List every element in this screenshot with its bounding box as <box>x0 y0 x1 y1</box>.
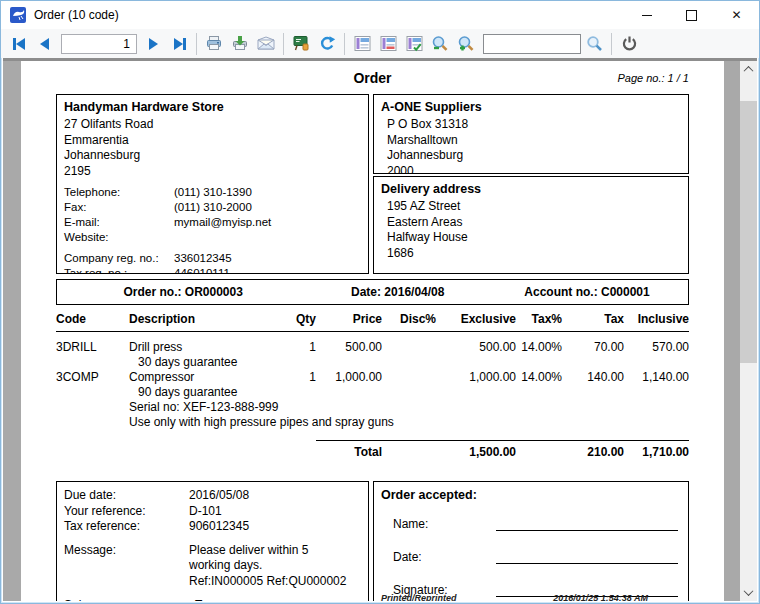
store-lines: 27 Olifants RoadEmmarentiaJohannesburg21… <box>57 117 368 179</box>
order-number: Order no.: OR000003 <box>57 285 309 299</box>
email-icon <box>257 36 275 52</box>
table-body: 3DRILLDrill press1500.00500.0014.00%70.0… <box>56 332 689 461</box>
supplier-lines: P O Box 31318MarshalltownJohannesburg200… <box>374 117 688 174</box>
next-page-button[interactable] <box>141 32 165 56</box>
page-number-label: Page no.: 1 / 1 <box>617 72 689 84</box>
zoom-out-button[interactable] <box>428 32 452 56</box>
next-page-icon <box>145 36 161 52</box>
order-details-box: Due date:2016/05/08Your reference:D-101T… <box>56 481 369 601</box>
toolbar <box>1 29 759 58</box>
item-row: 3COMPCompressor11,000.001,000.0014.00%14… <box>56 370 689 385</box>
supplier-name: A-ONE Suppliers <box>374 95 688 117</box>
salesperson-row: Salesperson: Tracy <box>64 598 368 601</box>
previous-page-icon <box>37 36 53 52</box>
item-note-row: Use only with high pressure pipes and sp… <box>56 415 689 430</box>
preview-layout-icon <box>354 35 371 52</box>
search-input[interactable] <box>483 34 581 54</box>
exit-power-icon <box>621 35 638 52</box>
scrollbar-thumb[interactable] <box>740 101 757 363</box>
exit-button[interactable] <box>617 32 641 56</box>
account-number: Account no.: C000001 <box>486 285 688 299</box>
item-note-row: 90 days guarantee <box>56 385 689 400</box>
separator <box>283 33 284 55</box>
scroll-up-button[interactable] <box>740 61 757 78</box>
minimize-button[interactable] <box>624 1 669 29</box>
salesperson-label: Salesperson: <box>64 598 189 601</box>
maximize-icon <box>686 10 697 21</box>
order-info-bar: Order no.: OR000003 Date: 2016/04/08 Acc… <box>56 279 689 305</box>
zoom-in-icon <box>457 35 475 52</box>
close-icon: ✕ <box>731 9 741 21</box>
print-icon <box>205 35 223 52</box>
order-date: Date: 2016/04/08 <box>309 285 486 299</box>
chevron-up-icon <box>744 66 754 76</box>
last-page-icon <box>171 36 188 52</box>
delivery-box: Delivery address 195 AZ StreetEastern Ar… <box>373 176 689 274</box>
print-button[interactable] <box>202 32 226 56</box>
first-page-button[interactable] <box>7 32 31 56</box>
delivery-lines: 195 AZ StreetEastern AreasHalfway House1… <box>374 199 688 261</box>
line-items-table: CodeDescriptionQtyPriceDisc%ExclusiveTax… <box>56 308 689 460</box>
search-icon <box>586 35 603 52</box>
export-design-button[interactable] <box>289 32 313 56</box>
titlebar: Order (10 code) ✕ <box>1 1 759 29</box>
separator <box>344 33 345 55</box>
last-page-button[interactable] <box>167 32 191 56</box>
first-page-icon <box>11 36 28 52</box>
preview-layout-confirm-button[interactable] <box>402 32 426 56</box>
store-box: Handyman Hardware Store 27 Olifants Road… <box>56 94 369 274</box>
print-to-file-button[interactable] <box>228 32 252 56</box>
chevron-down-icon <box>744 586 754 596</box>
store-registrations: Company reg. no.:336012345Tax reg. no.:4… <box>57 251 368 274</box>
order-preview-window: Order (10 code) ✕ <box>0 0 760 604</box>
item-row: 3DRILLDrill press1500.00500.0014.00%70.0… <box>56 332 689 356</box>
preview-layout-confirm-icon <box>406 35 423 52</box>
printed-timestamp: 2016/01/25 1:54:38 AM <box>553 593 648 601</box>
signature-field-row: Date: <box>381 545 680 564</box>
minimize-icon <box>642 15 652 16</box>
salesperson-value: Tracy <box>189 598 225 601</box>
vertical-scrollbar[interactable] <box>740 61 757 601</box>
printed-row: Printed/Reprinted 2016/01/25 1:54:38 AM <box>381 593 680 601</box>
order-accepted-box: Order accepted: Name:Date:Signature: Pri… <box>373 481 689 601</box>
email-button[interactable] <box>254 32 278 56</box>
separator <box>611 33 612 55</box>
preview-layout-sections-button[interactable] <box>376 32 400 56</box>
item-note-row: 30 days guarantee <box>56 355 689 370</box>
app-icon <box>10 7 27 23</box>
preview-layout-button[interactable] <box>350 32 374 56</box>
page-number-input[interactable] <box>61 34 137 54</box>
zoom-out-icon <box>431 35 449 52</box>
signature-fields: Name:Date:Signature: <box>381 512 680 597</box>
scroll-down-button[interactable] <box>740 584 757 601</box>
printed-label: Printed/Reprinted <box>381 593 457 601</box>
maximize-button[interactable] <box>669 1 714 29</box>
total-row: Total1,500.00210.001,710.00 <box>56 441 689 461</box>
zoom-in-button[interactable] <box>454 32 478 56</box>
previous-page-button[interactable] <box>33 32 57 56</box>
store-contacts: Telephone:(011) 310-1390Fax:(011) 310-20… <box>57 185 368 245</box>
print-to-file-icon <box>231 35 249 52</box>
message-label: Message: <box>64 543 189 590</box>
supplier-box: A-ONE Suppliers P O Box 31318Marshalltow… <box>373 94 689 174</box>
preview-area: Order Page no.: 1 / 1 A-ONE Suppliers P … <box>3 58 757 601</box>
window-title: Order (10 code) <box>34 8 119 22</box>
search-button[interactable] <box>582 32 606 56</box>
delivery-title: Delivery address <box>374 177 688 199</box>
table-header-row: CodeDescriptionQtyPriceDisc%ExclusiveTax… <box>56 308 689 332</box>
footer-left-rows: Due date:2016/05/08Your reference:D-101T… <box>64 488 368 535</box>
preview-layout-sections-icon <box>380 35 397 52</box>
export-design-icon <box>292 35 310 52</box>
refresh-button[interactable] <box>315 32 339 56</box>
document-page: Order Page no.: 1 / 1 A-ONE Suppliers P … <box>21 61 724 601</box>
document-title: Order <box>56 67 689 86</box>
refresh-icon <box>319 35 336 52</box>
message-block: Message: Please deliver within 5working … <box>64 543 368 590</box>
order-accepted-title: Order accepted: <box>381 488 680 502</box>
signature-field-row: Name: <box>381 512 680 531</box>
item-note-row: Serial no: XEF-123-888-999 <box>56 400 689 415</box>
close-button[interactable]: ✕ <box>714 1 759 29</box>
store-name: Handyman Hardware Store <box>57 95 368 117</box>
message-lines: Please deliver within 5working days.Ref:… <box>189 543 346 590</box>
separator <box>196 33 197 55</box>
